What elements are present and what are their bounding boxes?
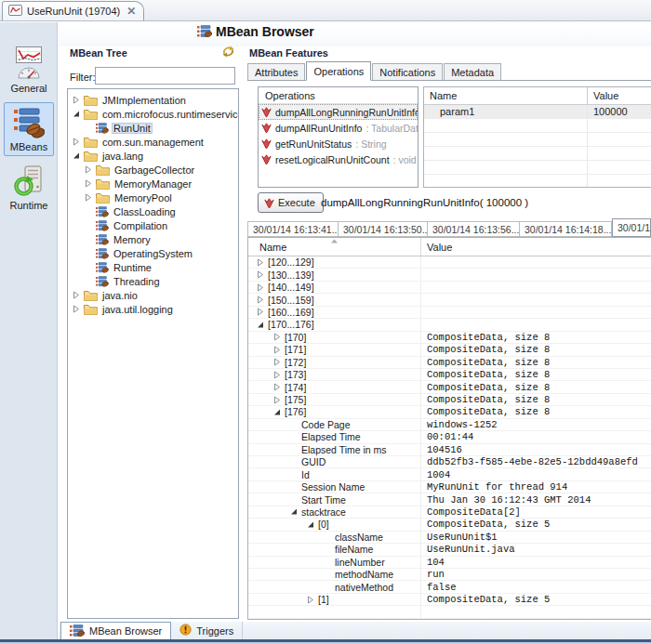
result-row-stacktrace[interactable]: stacktraceCompositeData[2] <box>248 506 651 519</box>
sidebar-item-mbeans[interactable]: MBeans <box>4 102 54 156</box>
result-row-filename[interactable]: fileNameUseRunUnit.java <box>248 544 651 556</box>
result-tab[interactable]: 30/01/14 <box>612 218 651 237</box>
twistie-collapsed-icon[interactable] <box>256 283 265 292</box>
twistie-collapsed-icon[interactable] <box>272 346 282 354</box>
tab-notifications[interactable]: Notifications <box>372 63 443 80</box>
twistie-collapsed-icon[interactable] <box>72 138 81 146</box>
tab-attributes[interactable]: Attributes <box>247 63 305 80</box>
result-row-120-129[interactable]: [120...129] <box>248 256 651 269</box>
result-row-linenumber[interactable]: lineNumber104 <box>248 557 651 569</box>
result-row-175[interactable]: [175]CompositeData, size 8 <box>248 394 651 406</box>
tree-item-threading[interactable]: Threading <box>68 274 238 288</box>
result-tab[interactable]: 30/01/14 16:13:41... <box>247 221 339 237</box>
result-row-id[interactable]: Id1004 <box>248 468 651 480</box>
twistie-collapsed-icon[interactable] <box>256 296 265 304</box>
result-row-classname[interactable]: classNameUseRunUnit$1 <box>248 532 651 544</box>
result-row-0[interactable]: [0]CompositeData, size 5 <box>248 519 651 531</box>
result-row-171[interactable]: [171]CompositeData, size 8 <box>248 344 651 356</box>
result-row-150-159[interactable]: [150...159] <box>248 294 651 306</box>
sidebar-item-runtime[interactable]: Runtime <box>0 165 58 211</box>
tree-item-classloading[interactable]: ClassLoading <box>68 204 238 218</box>
result-row-176[interactable]: [176]CompositeData, size 8 <box>248 406 651 418</box>
twistie-collapsed-icon[interactable] <box>72 96 81 104</box>
result-row-130-139[interactable]: [130...139] <box>248 269 651 281</box>
twistie-collapsed-icon[interactable] <box>272 383 282 391</box>
param-name-column-header[interactable]: Name <box>424 87 588 104</box>
tree-item-java-nio[interactable]: java.nio <box>68 288 238 302</box>
twistie-collapsed-icon[interactable] <box>72 305 81 313</box>
execute-button[interactable]: Execute <box>258 192 324 213</box>
twistie-collapsed-icon[interactable] <box>272 396 282 404</box>
twistie-collapsed-icon[interactable] <box>72 291 81 299</box>
twistie-collapsed-icon[interactable] <box>272 333 282 341</box>
tree-item-label: RunUnit <box>112 123 153 134</box>
tree-item-compilation[interactable]: Compilation <box>68 218 238 232</box>
result-row-code-page[interactable]: Code Pagewindows-1252 <box>248 419 651 431</box>
twistie-collapsed-icon[interactable] <box>256 258 265 267</box>
result-row-nativemethod[interactable]: nativeMethodfalse <box>248 581 651 593</box>
result-row-elapsed-time[interactable]: Elapsed Time00:01:44 <box>248 431 651 443</box>
filter-input[interactable] <box>95 67 235 85</box>
twistie-expanded-icon[interactable] <box>306 520 315 529</box>
param-row[interactable]: param1100000 <box>424 105 651 119</box>
sidebar-item-general[interactable]: General <box>0 46 58 94</box>
operation-item-getrununitstatus[interactable]: getRunUnitStatus : String <box>259 136 418 151</box>
tree-item-garbagecollector[interactable]: GarbageCollector <box>68 163 238 177</box>
twistie-collapsed-icon[interactable] <box>306 596 315 604</box>
twistie-collapsed-icon[interactable] <box>272 371 282 379</box>
twistie-expanded-icon[interactable] <box>272 408 282 416</box>
result-row-elapsed-time-in-ms[interactable]: Elapsed Time in ms104516 <box>248 444 651 456</box>
twistie-collapsed-icon[interactable] <box>256 308 265 316</box>
twistie-expanded-icon[interactable] <box>72 151 81 160</box>
result-row-170-176[interactable]: [170...176] <box>248 319 651 331</box>
editor-tab-userununit[interactable]: UseRunUnit (19704) ✕ <box>2 1 144 20</box>
twistie-expanded-icon[interactable] <box>289 507 299 516</box>
result-tab[interactable]: 30/01/14 16:13:50... <box>339 221 428 237</box>
result-row-172[interactable]: [172]CompositeData, size 8 <box>248 357 651 369</box>
twistie-expanded-icon[interactable] <box>256 321 265 329</box>
result-row-1[interactable]: [1]CompositeData, size 5 <box>248 594 651 606</box>
refresh-icon[interactable] <box>221 46 235 58</box>
twistie-collapsed-icon[interactable] <box>272 358 282 366</box>
result-tab[interactable]: 30/01/14 16:14:18... <box>520 221 612 237</box>
tree-item-memorypool[interactable]: MemoryPool <box>68 191 238 204</box>
result-row-start-time[interactable]: Start TimeThu Jan 30 16:12:43 GMT 2014 <box>248 493 651 506</box>
result-row-140-149[interactable]: [140...149] <box>248 282 651 294</box>
result-row-170[interactable]: [170]CompositeData, size 8 <box>248 332 651 344</box>
result-row-session-name[interactable]: Session NameMyRunUnit for thread 914 <box>248 481 651 493</box>
result-tab[interactable]: 30/01/14 16:13:56... <box>428 221 520 237</box>
twistie-collapsed-icon[interactable] <box>84 193 93 202</box>
param-value-column-header[interactable]: Value <box>588 87 651 104</box>
result-row-160-169[interactable]: [160...169] <box>248 307 651 319</box>
operation-item-dumpallrununitinfo[interactable]: dumpAllRunUnitInfo : TabularData <box>259 120 418 136</box>
twistie-collapsed-icon[interactable] <box>84 179 93 188</box>
tree-item-java-lang[interactable]: java.lang <box>68 149 238 163</box>
tree-item-com-microfocus-runtimeservices[interactable]: com.microfocus.runtimeservices <box>68 107 238 121</box>
tree-item-memorymanager[interactable]: MemoryManager <box>68 177 238 191</box>
tab-metadata[interactable]: Metadata <box>444 63 501 80</box>
operation-item-dumpalllongrunningrununitinfo[interactable]: dumpAllLongRunningRunUnitInfo : Ta <box>259 104 418 120</box>
operation-item-resetlogicalrununitcount[interactable]: resetLogicalRunUnitCount : void <box>259 151 418 167</box>
tree-item-jmimplementation[interactable]: JMImplementation <box>68 93 238 107</box>
param-value-cell[interactable]: 100000 <box>588 105 651 118</box>
twistie-collapsed-icon[interactable] <box>256 270 265 279</box>
tree-item-memory[interactable]: Memory <box>68 232 238 246</box>
twistie-expanded-icon[interactable] <box>72 110 81 118</box>
tab-triggers[interactable]: Triggers <box>171 622 243 639</box>
tab-mbean-browser[interactable]: MBean Browser <box>60 622 171 639</box>
twistie-collapsed-icon[interactable] <box>84 165 93 174</box>
result-row[interactable] <box>248 606 651 618</box>
tree-item-java-util-logging[interactable]: java.util.logging <box>68 302 238 316</box>
tree-item-operatingsystem[interactable]: OperatingSystem <box>68 246 238 260</box>
tree-item-com-sun-management[interactable]: com.sun.management <box>68 135 238 149</box>
result-row-methodname[interactable]: methodNamerun <box>248 569 651 581</box>
tab-operations[interactable]: Operations <box>306 61 371 81</box>
close-icon[interactable]: ✕ <box>126 7 136 16</box>
folder-icon <box>96 164 110 176</box>
result-row-174[interactable]: [174]CompositeData, size 8 <box>248 381 651 393</box>
results-value-column-header[interactable]: Value <box>421 238 651 256</box>
tree-item-rununit[interactable]: RunUnit <box>68 121 238 135</box>
result-row-173[interactable]: [173]CompositeData, size 8 <box>248 369 651 381</box>
tree-item-runtime[interactable]: Runtime <box>68 260 238 274</box>
result-row-guid[interactable]: GUIDddb52fb3-f585-4ebe-82e5-12bdd49a8efd <box>248 456 651 468</box>
